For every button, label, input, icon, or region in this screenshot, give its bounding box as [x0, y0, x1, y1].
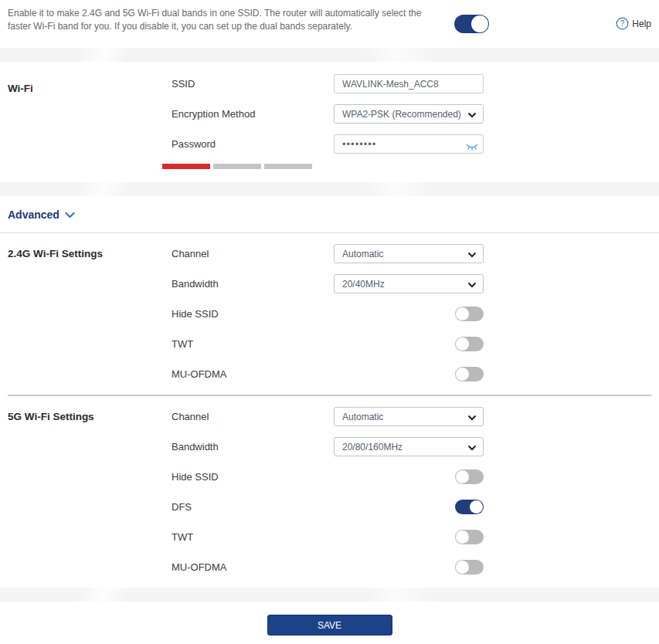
password-row: Password	[172, 134, 659, 154]
channel-row: Channel Automatic	[172, 402, 659, 432]
bandwidth-row: Bandwidth 20/40MHz	[172, 269, 659, 299]
dfs-row: DFS	[172, 492, 659, 522]
bandwidth-label: Bandwidth	[172, 441, 334, 452]
mu-ofdma-toggle-5g[interactable]	[455, 560, 484, 575]
hide-ssid-label: Hide SSID	[172, 308, 334, 320]
dual-band-banner: Enable it to make 2.4G and 5G Wi-Fi dual…	[0, 0, 659, 48]
advanced-header: Advanced	[0, 196, 659, 232]
svg-text:?: ?	[620, 19, 625, 28]
help-button[interactable]: ? Help	[616, 17, 651, 30]
channel-select-24g[interactable]: Automatic	[334, 244, 484, 263]
hide-ssid-toggle-5g[interactable]	[455, 469, 484, 484]
encryption-row: Encryption Method WPA2-PSK (Recommended)	[172, 104, 659, 124]
wifi-24g-section: 2.4G Wi-Fi Settings Channel Automatic Ba…	[0, 233, 659, 395]
channel-row: Channel Automatic	[172, 239, 659, 269]
password-strength-segment	[162, 164, 210, 169]
section-divider-band	[0, 48, 659, 62]
help-label: Help	[632, 19, 651, 29]
toggle-knob	[456, 307, 469, 320]
wifi-section-title: Wi-Fi	[8, 83, 33, 94]
twt-row: TWT	[172, 329, 659, 359]
mu-ofdma-row: MU-OFDMA	[172, 359, 659, 389]
chevron-down-icon	[467, 107, 477, 121]
bandwidth-selected-value: 20/40MHz	[342, 279, 467, 290]
dual-band-description: Enable it to make 2.4G and 5G Wi-Fi dual…	[8, 7, 445, 33]
chevron-down-icon	[467, 410, 477, 424]
save-button[interactable]: SAVE	[267, 615, 392, 636]
mu-ofdma-label: MU-OFDMA	[172, 561, 334, 573]
hide-ssid-label: Hide SSID	[172, 471, 334, 483]
twt-row: TWT	[172, 522, 659, 552]
toggle-knob	[456, 561, 469, 574]
mu-ofdma-toggle-24g[interactable]	[455, 367, 484, 381]
chevron-down-icon	[65, 208, 75, 222]
mu-ofdma-row: MU-OFDMA	[172, 552, 659, 582]
chevron-down-icon	[467, 247, 477, 261]
wifi-5g-section-title: 5G Wi-Fi Settings	[8, 411, 94, 422]
ssid-input[interactable]	[334, 74, 484, 93]
bandwidth-row: Bandwidth 20/80/160MHz	[172, 432, 659, 462]
password-strength-segment	[264, 164, 312, 169]
chevron-down-icon	[467, 277, 477, 291]
footer: SAVE	[0, 602, 659, 636]
twt-toggle-24g[interactable]	[455, 337, 484, 351]
toggle-knob	[471, 15, 488, 32]
encryption-select[interactable]: WPA2-PSK (Recommended)	[334, 104, 484, 124]
wifi-5g-section: 5G Wi-Fi Settings Channel Automatic Band…	[0, 396, 659, 588]
toggle-knob	[456, 530, 469, 544]
channel-selected-value: Automatic	[342, 412, 467, 422]
hide-ssid-row: Hide SSID	[172, 462, 659, 492]
channel-select-5g[interactable]: Automatic	[334, 407, 484, 426]
wifi-section: Wi-Fi SSID Encryption Method WPA2-PSK (R…	[0, 62, 659, 182]
section-divider-band	[0, 182, 659, 196]
encryption-selected-value: WPA2-PSK (Recommended)	[342, 109, 467, 120]
password-label: Password	[172, 138, 334, 150]
toggle-knob	[456, 337, 469, 351]
ssid-row: SSID	[172, 74, 659, 93]
encryption-label: Encryption Method	[172, 108, 334, 120]
channel-selected-value: Automatic	[342, 249, 467, 259]
chevron-down-icon	[467, 440, 477, 454]
toggle-knob	[456, 368, 469, 381]
bandwidth-label: Bandwidth	[172, 278, 334, 290]
toggle-knob	[470, 500, 483, 514]
advanced-label: Advanced	[8, 208, 59, 221]
channel-label: Channel	[172, 248, 334, 259]
dual-band-toggle[interactable]	[454, 15, 489, 33]
twt-toggle-5g[interactable]	[455, 530, 484, 544]
password-input[interactable]	[334, 134, 484, 154]
eye-closed-icon[interactable]	[466, 141, 478, 154]
section-divider-band	[0, 588, 659, 602]
dfs-toggle-5g[interactable]	[455, 500, 484, 514]
bandwidth-select-24g[interactable]: 20/40MHz	[334, 274, 484, 293]
channel-label: Channel	[172, 411, 334, 422]
hide-ssid-row: Hide SSID	[172, 299, 659, 329]
toggle-knob	[456, 470, 469, 483]
ssid-label: SSID	[172, 78, 334, 90]
bandwidth-select-5g[interactable]: 20/80/160MHz	[334, 437, 484, 456]
password-strength-meter	[162, 164, 312, 169]
help-icon: ?	[616, 17, 629, 30]
mu-ofdma-label: MU-OFDMA	[172, 368, 334, 380]
hide-ssid-toggle-24g[interactable]	[455, 307, 484, 321]
twt-label: TWT	[172, 531, 334, 543]
twt-label: TWT	[172, 338, 334, 350]
password-strength-segment	[213, 164, 261, 169]
advanced-expander[interactable]: Advanced	[8, 208, 75, 222]
dfs-label: DFS	[172, 501, 334, 513]
wifi-24g-section-title: 2.4G Wi-Fi Settings	[8, 248, 103, 259]
bandwidth-selected-value: 20/80/160MHz	[342, 442, 467, 452]
